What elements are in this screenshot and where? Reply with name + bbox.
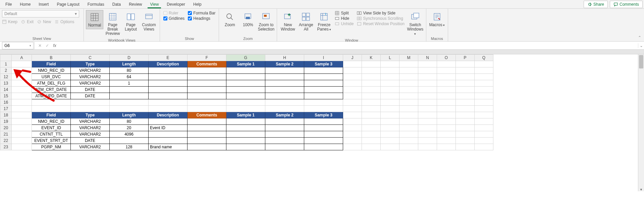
cell-O12[interactable] <box>437 74 456 80</box>
cell-D21[interactable]: 4096 <box>110 131 149 138</box>
col-header-H[interactable]: H <box>265 55 304 61</box>
cell-C21[interactable]: VARCHAR2 <box>71 131 110 138</box>
cell-G1[interactable]: Sample 1 <box>226 61 265 67</box>
row-header-13[interactable]: 13 <box>0 80 12 87</box>
cell-E15[interactable] <box>149 93 187 99</box>
cell-F17[interactable] <box>187 106 226 112</box>
cell-C2[interactable]: VARCHAR2 <box>71 67 110 74</box>
cell-H19[interactable] <box>265 118 304 125</box>
cell-N20[interactable] <box>418 125 437 131</box>
cell-B22[interactable]: EVENT_STRT_DT <box>32 138 71 144</box>
formula-bar-check-input[interactable] <box>188 11 192 15</box>
cell-Q23[interactable] <box>475 144 493 150</box>
cell-N14[interactable] <box>418 87 437 93</box>
cell-N2[interactable] <box>418 67 437 74</box>
cell-N16[interactable] <box>418 99 437 106</box>
cell-I23[interactable] <box>304 144 343 150</box>
col-header-Q[interactable]: Q <box>475 55 493 61</box>
cell-Q12[interactable] <box>475 74 493 80</box>
cell-F18[interactable]: Comments <box>187 112 226 118</box>
cell-N19[interactable] <box>418 118 437 125</box>
cell-O1[interactable] <box>437 61 456 67</box>
cell-M22[interactable] <box>399 138 418 144</box>
cell-E1[interactable]: Description <box>149 61 187 67</box>
row-header-20[interactable]: 20 <box>0 125 12 131</box>
cell-D1[interactable]: Length <box>110 61 149 67</box>
cell-D12[interactable]: 64 <box>110 74 149 80</box>
zoom-100-button[interactable]: 100 100% <box>239 10 257 29</box>
cell-D2[interactable]: 80 <box>110 67 149 74</box>
cell-D16[interactable] <box>110 99 149 106</box>
cell-G20[interactable] <box>226 125 265 131</box>
cell-J21[interactable] <box>343 131 362 138</box>
row-header-23[interactable]: 23 <box>0 144 12 150</box>
cell-A19[interactable] <box>12 118 32 125</box>
row-header-1[interactable]: 1 <box>0 61 12 67</box>
cell-O14[interactable] <box>437 87 456 93</box>
row-header-12[interactable]: 12 <box>0 74 12 80</box>
freeze-panes-button[interactable]: Freeze Panes <box>315 10 333 33</box>
formula-bar-checkbox[interactable]: Formula Bar <box>188 11 215 15</box>
cell-M19[interactable] <box>399 118 418 125</box>
zoom-selection-button[interactable]: Zoom to Selection <box>257 10 275 33</box>
cell-J22[interactable] <box>343 138 362 144</box>
cell-M21[interactable] <box>399 131 418 138</box>
cell-N22[interactable] <box>418 138 437 144</box>
cell-A18[interactable] <box>12 112 32 118</box>
col-header-O[interactable]: O <box>437 55 456 61</box>
cell-L21[interactable] <box>381 131 399 138</box>
cell-L17[interactable] <box>381 106 399 112</box>
cell-E16[interactable] <box>149 99 187 106</box>
cell-K1[interactable] <box>362 61 381 67</box>
cell-O13[interactable] <box>437 80 456 87</box>
cell-A21[interactable] <box>12 131 32 138</box>
cell-K17[interactable] <box>362 106 381 112</box>
cell-H23[interactable] <box>265 144 304 150</box>
row-header-18[interactable]: 18 <box>0 112 12 118</box>
cell-K13[interactable] <box>362 80 381 87</box>
cell-C22[interactable]: DATE <box>71 138 110 144</box>
cell-A16[interactable] <box>12 99 32 106</box>
cell-D22[interactable] <box>110 138 149 144</box>
row-header-21[interactable]: 21 <box>0 131 12 138</box>
cell-H16[interactable] <box>265 99 304 106</box>
cell-H21[interactable] <box>265 131 304 138</box>
cell-E13[interactable] <box>149 80 187 87</box>
cell-J13[interactable] <box>343 80 362 87</box>
col-header-F[interactable]: F <box>187 55 226 61</box>
cell-L22[interactable] <box>381 138 399 144</box>
cell-O2[interactable] <box>437 67 456 74</box>
menu-help[interactable]: Help <box>189 1 206 8</box>
cell-E12[interactable] <box>149 74 187 80</box>
cell-G2[interactable] <box>226 67 265 74</box>
cell-L20[interactable] <box>381 125 399 131</box>
cell-N1[interactable] <box>418 61 437 67</box>
gridlines-checkbox[interactable]: Gridlines <box>163 16 184 21</box>
page-break-button[interactable]: Page Break Preview <box>104 10 121 38</box>
col-header-A[interactable]: A <box>12 55 32 61</box>
col-header-G[interactable]: G <box>226 55 265 61</box>
cell-H12[interactable] <box>265 74 304 80</box>
cell-N15[interactable] <box>418 93 437 99</box>
cell-I20[interactable] <box>304 125 343 131</box>
col-header-D[interactable]: D <box>110 55 149 61</box>
cell-F13[interactable] <box>187 80 226 87</box>
col-header-C[interactable]: C <box>71 55 110 61</box>
row-header-17[interactable]: 17 <box>0 106 12 112</box>
cell-C14[interactable]: DATE <box>71 87 110 93</box>
cell-K12[interactable] <box>362 74 381 80</box>
cell-B14[interactable]: ATM_CRT_DATE <box>32 87 71 93</box>
menu-data[interactable]: Data <box>108 1 125 8</box>
arrange-all-button[interactable]: Arrange All <box>297 10 315 33</box>
cell-M15[interactable] <box>399 93 418 99</box>
cell-J14[interactable] <box>343 87 362 93</box>
cell-D18[interactable]: Length <box>110 112 149 118</box>
cell-F1[interactable]: Comments <box>187 61 226 67</box>
cell-N12[interactable] <box>418 74 437 80</box>
cell-C12[interactable]: VARCHAR2 <box>71 74 110 80</box>
formula-input[interactable] <box>58 42 638 49</box>
cell-K16[interactable] <box>362 99 381 106</box>
cell-H2[interactable] <box>265 67 304 74</box>
cell-E22[interactable] <box>149 138 187 144</box>
cell-P21[interactable] <box>456 131 475 138</box>
